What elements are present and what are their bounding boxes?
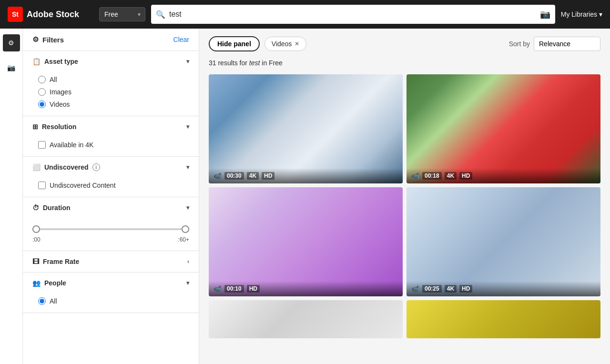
sort-area: Sort by Relevance Newest Oldest Popular [509, 37, 600, 51]
video-badge-4k-2: 4K [445, 172, 457, 180]
filter-panel-toggle[interactable]: ⚙ [3, 34, 20, 51]
sort-select[interactable]: Relevance Newest Oldest Popular [534, 37, 600, 51]
filter-toggle-strip: ⚙ 📷 [0, 29, 23, 364]
logo: St Adobe Stock [8, 7, 93, 22]
video-overlay-4: 📹 00:25 4K HD [407, 281, 600, 296]
resolution-4k-option[interactable]: Available in 4K [38, 141, 189, 149]
frame-rate-header[interactable]: 🎞 Frame Rate ‹ [23, 251, 199, 272]
people-radio-group: All [38, 297, 189, 305]
asset-type-title-row: 📋 Asset type [32, 58, 78, 65]
video-play-icon-4: 📹 [411, 285, 419, 293]
resolution-header[interactable]: ⊞ Resolution ▾ [23, 116, 199, 137]
chevron-down-icon: ▾ [599, 10, 602, 18]
frame-rate-label: Frame Rate [43, 258, 79, 265]
video-badge-4k-1: 4K [247, 172, 259, 180]
videos-tag[interactable]: Videos ✕ [264, 37, 307, 51]
asset-type-section: 📋 Asset type ▾ All Images [23, 51, 199, 116]
video-overlay-3: 📹 00:10 HD [209, 281, 403, 296]
clear-button[interactable]: Clear [173, 36, 189, 43]
video-thumb-6[interactable] [407, 300, 600, 338]
undiscovered-title-row: ⬜ Undiscovered i [32, 163, 100, 171]
video-overlay-1: 📹 00:30 4K HD [209, 168, 403, 183]
video-duration-2: 00:18 [422, 172, 442, 180]
people-title-row: 👥 People [32, 279, 66, 287]
undiscovered-info-icon[interactable]: i [92, 163, 100, 171]
asset-type-chevron: ▾ [186, 58, 189, 65]
undiscovered-content: Undiscovered Content [23, 178, 199, 197]
results-count-prefix: 31 results for [209, 59, 249, 67]
hide-panel-button[interactable]: Hide panel [209, 36, 260, 51]
undiscovered-section: ⬜ Undiscovered i ▾ Undiscovered Content [23, 157, 199, 197]
results-context: in Free [260, 59, 282, 67]
duration-dual-range [32, 222, 189, 236]
content-toolbar: Hide panel Videos ✕ Sort by Relevance Ne… [209, 36, 600, 51]
video-duration-1: 00:30 [224, 172, 244, 180]
video-badge-hd-2: HD [459, 172, 472, 180]
resolution-4k-checkbox[interactable] [38, 141, 46, 149]
people-section: 👥 People ▾ All [23, 273, 199, 313]
main-layout: ⚙ 📷 ⚙ Filters Clear 📋 Asset type ▾ [0, 29, 610, 364]
license-type-select[interactable]: Free Premium All [99, 7, 145, 21]
filter-dropdown-wrapper[interactable]: Free Premium All ▼ [99, 7, 145, 21]
undiscovered-icon: ⬜ [32, 163, 41, 171]
filters-title-row: ⚙ Filters [32, 35, 64, 44]
asset-type-all-label: All [50, 76, 57, 83]
logo-icon: St [8, 7, 23, 22]
asset-type-all-option[interactable]: All [38, 76, 189, 83]
video-duration-4: 00:25 [422, 285, 442, 293]
search-input[interactable] [169, 10, 536, 19]
visual-search-button[interactable]: 📷 [3, 59, 20, 76]
asset-type-header[interactable]: 📋 Asset type ▾ [23, 51, 199, 72]
app-name: Adobe Stock [27, 10, 79, 20]
people-all-radio[interactable] [38, 297, 46, 305]
filter-sidebar: ⚙ Filters Clear 📋 Asset type ▾ All [23, 29, 199, 364]
camera-search-icon[interactable]: 📷 [540, 9, 550, 20]
video-thumb-2[interactable]: 📹 00:18 4K HD [407, 74, 600, 183]
asset-type-videos-option[interactable]: Videos [38, 101, 189, 108]
duration-labels: :00 :60+ [32, 236, 189, 243]
asset-type-videos-radio[interactable] [38, 101, 46, 108]
undiscovered-content-checkbox[interactable] [38, 182, 46, 189]
video-overlay-2: 📹 00:18 4K HD [407, 168, 600, 183]
people-label: People [44, 279, 66, 287]
video-thumb-3[interactable]: 📹 00:10 HD [209, 187, 403, 296]
my-libraries-button[interactable]: My Libraries ▾ [561, 10, 602, 18]
video-badge-hd-3: HD [247, 285, 260, 293]
remove-videos-tag-icon[interactable]: ✕ [295, 40, 299, 47]
asset-type-label: Asset type [44, 58, 78, 65]
undiscovered-chevron: ▾ [186, 164, 189, 171]
camera-icon: 📷 [7, 64, 15, 71]
asset-type-images-radio[interactable] [38, 88, 46, 96]
people-all-option[interactable]: All [38, 297, 189, 305]
duration-track [32, 228, 189, 230]
asset-type-content: All Images Videos [23, 72, 199, 116]
search-icon: 🔍 [156, 10, 165, 19]
video-play-icon-1: 📹 [214, 172, 222, 180]
asset-type-all-radio[interactable] [38, 76, 46, 83]
undiscovered-label: Undiscovered [44, 163, 89, 171]
asset-type-icon: 📋 [32, 58, 41, 65]
results-summary: 31 results for test in Free [209, 59, 600, 67]
frame-rate-chevron: ‹ [187, 258, 189, 265]
video-badge-4k-4: 4K [445, 285, 457, 293]
resolution-icon: ⊞ [32, 123, 38, 131]
undiscovered-header[interactable]: ⬜ Undiscovered i ▾ [23, 157, 199, 178]
video-play-icon-2: 📹 [411, 172, 419, 180]
people-chevron: ▾ [186, 280, 189, 286]
asset-type-images-option[interactable]: Images [38, 88, 189, 96]
duration-slider-wrapper: :00 :60+ [23, 218, 199, 251]
duration-header[interactable]: ⏱ Duration ▾ [23, 197, 199, 218]
asset-type-videos-label: Videos [50, 101, 70, 108]
toolbar-left: Hide panel Videos ✕ [209, 36, 306, 51]
videos-tag-label: Videos [272, 40, 292, 48]
filters-label: Filters [42, 36, 64, 44]
sliders-icon: ⚙ [8, 39, 14, 47]
people-header[interactable]: 👥 People ▾ [23, 273, 199, 293]
search-bar: 🔍 📷 [151, 5, 555, 24]
video-thumb-1[interactable]: 📹 00:30 4K HD [209, 74, 403, 183]
duration-chevron: ▾ [186, 204, 189, 211]
undiscovered-content-option[interactable]: Undiscovered Content [38, 182, 189, 189]
people-content: All [23, 293, 199, 313]
video-thumb-4[interactable]: 📹 00:25 4K HD [407, 187, 600, 296]
video-thumb-5[interactable] [209, 300, 403, 338]
